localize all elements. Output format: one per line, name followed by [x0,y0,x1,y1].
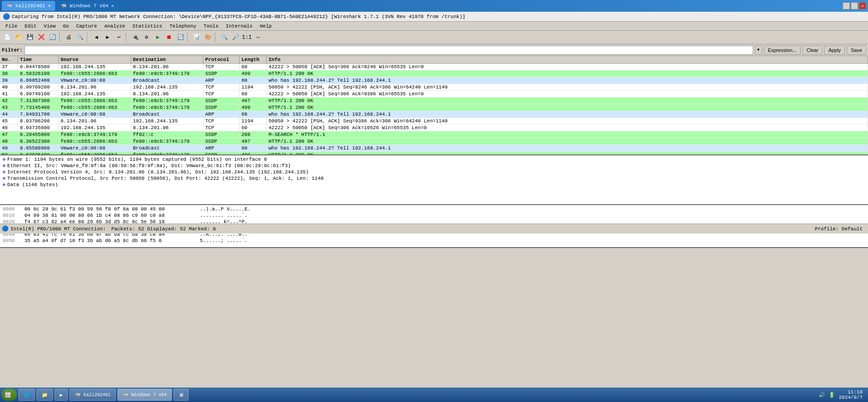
titlebar-controls: _ □ ✕ [843,2,866,9]
minimize-button[interactable]: _ [843,2,850,9]
menu-internals[interactable]: Internals [222,23,256,30]
packet-header: No. Time Source Destination Protocol Len… [0,56,868,64]
toolbar-forward[interactable]: ▶ [102,32,113,43]
filter-dropdown[interactable]: ▼ [755,46,762,55]
menubar: File Edit View Go Capture Analyze Statis… [0,22,868,31]
toolbar-find[interactable]: 🔍 [75,32,85,43]
packet-row[interactable]: 468.03735600192.168.244.1358.134.201.96T… [0,125,868,131]
toolbar-restart-capture[interactable]: 🔃 [175,32,186,43]
detail-row[interactable]: ⊕Ethernet II, Src: Vmware_f0:0f:8a (00:5… [0,163,868,169]
toolbar-filter-expr[interactable]: 📊 [191,32,202,43]
toolbar-color[interactable]: 🎨 [203,32,213,43]
toolbar-capture-ifaces[interactable]: 🔌 [130,32,141,43]
col-info[interactable]: Info [267,56,868,63]
menu-file[interactable]: File [2,23,21,30]
packet-cell: 192.168.244.135 [59,91,131,97]
col-destination[interactable]: Destination [131,56,203,63]
col-source[interactable]: Source [59,56,131,63]
packet-row[interactable]: 376.04478500192.168.244.1358.134.201.96T… [0,64,868,70]
main-area: No. Time Source Destination Protocol Len… [0,56,868,248]
taskbar-explorer[interactable]: 📁 [37,389,53,401]
packet-row[interactable]: 498.65588900Vmware_c0:00:08BroadcastARP6… [0,145,868,152]
packet-cell: TCP [203,118,240,124]
toolbar-close[interactable]: ❌ [36,32,47,43]
toolbar-print[interactable]: 🖨 [63,32,74,43]
detail-row[interactable]: ⊕Transmission Control Protocol, Src Port… [0,175,868,182]
col-time[interactable]: Time [18,56,59,63]
filter-clear-button[interactable]: Clear [802,46,822,55]
tab-win7-close[interactable]: ✕ [111,3,114,9]
toolbar-zoom-out[interactable]: 🔎 [230,32,241,43]
packet-cell: 499 [240,152,267,155]
tab-win7[interactable]: 🦈 Windows 7 x64 ✕ [56,1,118,11]
close-button[interactable]: ✕ [859,2,866,9]
taskbar-terminal[interactable]: 🖥 [174,389,189,401]
clock-time: 11:18 [839,389,863,395]
col-protocol[interactable]: Protocol [203,56,240,63]
menu-telephony[interactable]: Telephony [166,23,200,30]
packet-list[interactable]: No. Time Source Destination Protocol Len… [0,56,868,155]
start-button[interactable]: 🪟 [2,389,17,401]
menu-statistics[interactable]: Statistics [129,23,166,30]
packet-row[interactable]: 416.99749100192.168.244.1358.134.201.96T… [0,91,868,98]
toolbar-open[interactable]: 📂 [13,32,24,43]
toolbar-stop-capture[interactable]: ⏹ [164,32,175,43]
taskbar-wireshark-2[interactable]: 🦈 Windows 7 x64 [118,389,172,401]
detail-row[interactable]: ⊕Data (1140 bytes) [0,182,868,188]
expand-icon: ⊕ [3,169,5,175]
filter-label: Filter: [2,47,23,53]
packet-cell: fe80::e8cb:3749:179 [59,131,131,138]
packet-row[interactable]: 427.31307300fe80::cb55:2886:6b3fe80::e8c… [0,98,868,104]
packet-cell: fe80::e8cb:3749:179 [131,138,203,145]
filter-apply-button[interactable]: Apply [824,46,845,55]
toolbar-go-to[interactable]: ↩ [113,32,124,43]
maximize-button[interactable]: □ [851,2,858,9]
taskbar-media[interactable]: ▶ [55,389,68,401]
taskbar-ie[interactable]: 🌐 [19,389,35,401]
packet-row[interactable]: 508.67076400fe80::cb55:2886:6b3fe80::e8c… [0,152,868,155]
packet-row[interactable]: 447.84031700Vmware_c0:00:08BroadcastARP6… [0,111,868,118]
tab-kali[interactable]: 🦈 kali202401 ✕ [2,1,55,11]
filter-expression-button[interactable]: Expression... [764,46,801,55]
packet-cell: Vmware_c0:00:08 [59,145,131,151]
packet-cell: 41 [0,91,18,97]
filter-save-button[interactable]: Save [847,46,866,55]
packet-row[interactable]: 488.36522300fe80::cb55:2886:6b3fe80::e8c… [0,138,868,145]
packet-row[interactable]: 478.29455000fe80::e8cb:3749:179ff02::cSS… [0,131,868,138]
network-icon: 🔊 [819,392,825,398]
packet-detail[interactable]: ⊕Frame 1: 1194 bytes on wire (9552 bits)… [0,155,868,205]
packet-row[interactable]: 437.73145400fe80::cb55:2886:6b3fe80::e8c… [0,104,868,111]
filter-input[interactable] [24,46,753,55]
toolbar-capture-opts[interactable]: ⚙ [141,32,152,43]
toolbar-new[interactable]: 📄 [2,32,13,43]
toolbar-save[interactable]: 💾 [24,32,35,43]
menu-capture[interactable]: Capture [72,23,100,30]
toolbar-start-capture[interactable]: ▶ [152,32,163,43]
packet-row[interactable]: 458.037062008.134.201.96192.168.244.135T… [0,118,868,125]
taskbar-wireshark-1[interactable]: 🦈 kali202401 [70,389,116,401]
detail-row[interactable]: ⊕Internet Protocol Version 4, Src: 8.134… [0,169,868,175]
detail-row[interactable]: ⊕Frame 1: 1194 bytes on wire (9552 bits)… [0,156,868,163]
toolbar-zoom-in[interactable]: 🔍 [219,32,230,43]
toolbar-resize-cols[interactable]: ↔ [253,32,264,43]
menu-view[interactable]: View [40,23,59,30]
packet-cell: 37 [0,64,18,70]
toolbar-reload[interactable]: 🔄 [47,32,58,43]
hex-row: 005035 a5 a4 0f d7 10 f3 3b ab d0 a5 8c … [0,238,868,244]
packet-cell: 1194 [240,84,267,90]
toolbar-zoom-normal[interactable]: 1:1 [241,32,252,43]
menu-edit[interactable]: Edit [21,23,40,30]
tab-kali-close[interactable]: ✕ [48,3,51,9]
packet-row[interactable]: 406.997092008.134.201.96192.168.244.135T… [0,84,868,91]
toolbar-back[interactable]: ◀ [91,32,102,43]
packet-row[interactable]: 386.58326100fe80::cb55:2886:6b3fe80::e8c… [0,70,868,77]
menu-go[interactable]: Go [59,23,72,30]
menu-tools[interactable]: Tools [200,23,222,30]
col-no[interactable]: No. [0,56,18,63]
menu-analyze[interactable]: Analyze [101,23,129,30]
menu-help[interactable]: Help [256,23,275,30]
packet-row[interactable]: 396.66052400Vmware_c0:00:08BroadcastARP6… [0,77,868,84]
hex-row: 000000 0c 29 9c 61 f3 00 50 56 f0 0f 8a … [0,206,868,212]
col-length[interactable]: Length [240,56,267,63]
packet-cell: fe80::cb55:2886:6b3 [59,98,131,104]
